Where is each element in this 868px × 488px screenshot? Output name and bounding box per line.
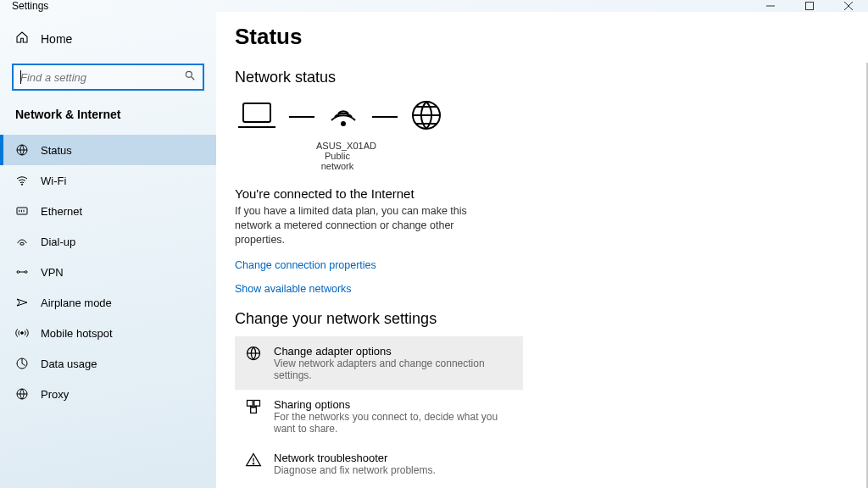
sidebar-item-status[interactable]: Status <box>0 135 216 165</box>
main-panel: Status Network status ASUS_X01AD Public … <box>216 12 868 488</box>
sidebar-item-label: Airplane mode <box>41 297 112 309</box>
svg-point-34 <box>253 463 253 463</box>
svg-rect-30 <box>251 407 257 413</box>
sidebar-item-ethernet[interactable]: Ethernet <box>0 196 216 226</box>
text-caret <box>20 70 21 84</box>
close-button[interactable] <box>829 0 868 12</box>
search-icon <box>184 69 196 85</box>
sidebar-item-label: Mobile hotspot <box>41 327 113 340</box>
search-wrap <box>0 64 216 91</box>
vpn-icon <box>15 265 29 279</box>
sidebar-item-label: Data usage <box>41 358 97 370</box>
network-diagram <box>236 98 868 136</box>
page-title: Status <box>235 24 868 50</box>
wifi-icon <box>15 174 29 187</box>
troubleshooter-icon <box>245 452 262 469</box>
hotspot-icon <box>15 326 29 340</box>
window-controls <box>751 0 868 12</box>
data-usage-icon <box>15 357 29 370</box>
sidebar-item-label: Proxy <box>41 388 69 401</box>
dialup-icon <box>15 235 29 248</box>
svg-point-23 <box>342 122 345 125</box>
svg-point-8 <box>21 184 22 185</box>
airplane-icon <box>15 296 29 309</box>
option-desc: Diagnose and fix network problems. <box>274 464 436 476</box>
connection-name: ASUS_X01AD <box>316 141 359 151</box>
sidebar-item-label: Ethernet <box>41 205 82 218</box>
svg-point-4 <box>186 71 192 77</box>
sidebar-item-airplane[interactable]: Airplane mode <box>0 287 216 318</box>
titlebar: Settings <box>0 0 868 12</box>
sidebar-item-label: Status <box>41 144 72 157</box>
home-link[interactable]: Home <box>0 24 216 53</box>
body: Home Network & Internet Status Wi-Fi <box>0 12 868 488</box>
sidebar: Home Network & Internet Status Wi-Fi <box>0 12 216 488</box>
option-troubleshooter[interactable]: Network troubleshooter Diagnose and fix … <box>235 443 523 485</box>
connected-header: You're connected to the Internet <box>235 186 868 201</box>
sidebar-item-wifi[interactable]: Wi-Fi <box>0 165 216 196</box>
connection-label-group: ASUS_X01AD Public network <box>316 141 359 171</box>
sidebar-item-label: Dial-up <box>41 236 75 248</box>
sidebar-item-proxy[interactable]: Proxy <box>0 379 216 409</box>
sidebar-category: Network & Internet <box>0 103 216 126</box>
sidebar-item-label: Wi-Fi <box>41 175 66 187</box>
settings-window: Settings Home Network & Internet <box>0 0 868 488</box>
laptop-icon <box>236 100 277 134</box>
option-adapter[interactable]: Change adapter options View network adap… <box>235 336 523 390</box>
svg-rect-9 <box>17 208 27 214</box>
svg-rect-28 <box>248 400 253 406</box>
search-box[interactable] <box>12 64 204 91</box>
svg-point-17 <box>21 332 24 335</box>
wifi-signal-icon <box>326 100 360 134</box>
svg-rect-13 <box>20 242 24 245</box>
connected-body: If you have a limited data plan, you can… <box>235 204 498 247</box>
proxy-icon <box>15 387 29 401</box>
option-title: Sharing options <box>274 398 513 411</box>
option-desc: View network adapters and change connect… <box>274 358 513 381</box>
search-input[interactable] <box>20 71 184 84</box>
option-sharing[interactable]: Sharing options For the networks you con… <box>235 390 523 443</box>
link-change-connection-props[interactable]: Change connection properties <box>235 259 868 271</box>
svg-rect-29 <box>254 400 260 406</box>
home-icon <box>15 30 29 47</box>
svg-point-15 <box>25 271 27 274</box>
sidebar-item-vpn[interactable]: VPN <box>0 257 216 287</box>
svg-point-14 <box>17 271 19 274</box>
connection-type: Public network <box>316 151 359 171</box>
svg-rect-21 <box>243 103 270 122</box>
ethernet-icon <box>15 204 29 218</box>
option-title: Network troubleshooter <box>274 452 436 464</box>
option-title: Change adapter options <box>274 345 513 358</box>
sharing-icon <box>245 398 262 415</box>
adapter-icon <box>245 345 262 362</box>
network-options: Change adapter options View network adap… <box>235 336 868 485</box>
globe-icon <box>15 143 29 157</box>
svg-line-5 <box>192 77 195 80</box>
diagram-line <box>372 116 398 118</box>
sidebar-item-label: VPN <box>41 266 64 279</box>
window-title: Settings <box>12 0 48 12</box>
globe-large-icon <box>409 98 443 136</box>
network-status-header: Network status <box>235 69 868 86</box>
svg-rect-1 <box>806 3 814 10</box>
option-desc: For the networks you connect to, decide … <box>274 411 513 435</box>
change-settings-header: Change your network settings <box>235 310 868 328</box>
home-label: Home <box>41 32 72 46</box>
minimize-button[interactable] <box>751 0 790 12</box>
maximize-button[interactable] <box>790 0 829 12</box>
sidebar-item-hotspot[interactable]: Mobile hotspot <box>0 318 216 348</box>
sidebar-item-datausage[interactable]: Data usage <box>0 348 216 379</box>
sidebar-item-dialup[interactable]: Dial-up <box>0 226 216 257</box>
link-show-available-networks[interactable]: Show available networks <box>235 283 868 295</box>
diagram-line <box>289 116 314 118</box>
